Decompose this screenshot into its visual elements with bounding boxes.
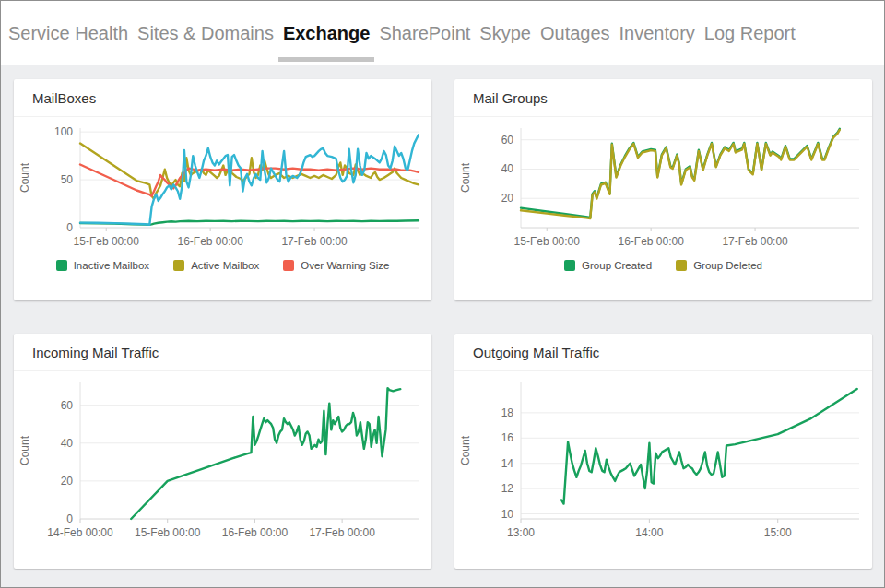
legend-swatch xyxy=(564,260,575,271)
panel-outgoing-mail-traffic: Outgoing Mail Traffic 101214161813:0014:… xyxy=(454,334,872,569)
panel-mailboxes: MailBoxes 05010015-Feb 00:0016-Feb 00:00… xyxy=(14,79,431,300)
panel-incoming-mail-traffic: Incoming Mail Traffic 020406014-Feb 00:0… xyxy=(14,334,431,569)
svg-text:17-Feb 00:00: 17-Feb 00:00 xyxy=(722,235,788,248)
svg-text:Count: Count xyxy=(18,435,31,465)
legend-item[interactable]: Group Deleted xyxy=(676,260,762,271)
legend-label: Over Warning Size xyxy=(301,260,389,271)
tab-service-health[interactable]: Service Health xyxy=(4,1,133,65)
dashboard-page: Service Health Sites & Domains Exchange … xyxy=(0,0,885,588)
tab-label: Log Report xyxy=(704,23,796,44)
chart-title: Outgoing Mail Traffic xyxy=(473,345,599,360)
legend-swatch xyxy=(676,260,687,271)
chart-title: Mail Groups xyxy=(473,90,548,106)
svg-text:40: 40 xyxy=(502,162,514,175)
svg-text:50: 50 xyxy=(61,173,74,186)
legend-label: Inactive Mailbox xyxy=(74,260,149,271)
legend-label: Active Mailbox xyxy=(191,260,259,271)
legend-item[interactable]: Over Warning Size xyxy=(283,260,389,271)
svg-text:100: 100 xyxy=(54,125,73,138)
svg-text:14: 14 xyxy=(502,457,514,470)
mailboxes-legend: Inactive MailboxActive MailboxOver Warni… xyxy=(14,260,431,271)
svg-text:Count: Count xyxy=(459,435,472,465)
mail-groups-legend: Group CreatedGroup Deleted xyxy=(454,260,872,271)
svg-text:14-Feb 00:00: 14-Feb 00:00 xyxy=(47,526,113,539)
svg-text:0: 0 xyxy=(66,512,73,525)
tab-label: Service Health xyxy=(8,23,128,44)
svg-text:17-Feb 00:00: 17-Feb 00:00 xyxy=(281,235,348,248)
tab-log-report[interactable]: Log Report xyxy=(700,1,800,65)
svg-text:17-Feb 00:00: 17-Feb 00:00 xyxy=(309,526,375,539)
outgoing-mail-traffic-chart[interactable]: 101214161813:0014:0015:00Count xyxy=(454,371,872,548)
tab-sites-domains[interactable]: Sites & Domains xyxy=(133,1,278,65)
legend-swatch xyxy=(173,260,184,271)
tab-skype[interactable]: Skype xyxy=(475,1,536,65)
tab-sharepoint[interactable]: SharePoint xyxy=(374,1,475,65)
tab-label: Exchange xyxy=(283,23,370,44)
svg-text:0: 0 xyxy=(66,221,73,234)
legend-label: Group Deleted xyxy=(693,260,762,271)
svg-text:15-Feb 00:00: 15-Feb 00:00 xyxy=(514,235,581,248)
svg-text:20: 20 xyxy=(502,192,514,205)
chart-title: Incoming Mail Traffic xyxy=(32,345,159,360)
svg-text:40: 40 xyxy=(61,437,74,450)
tab-bar: Service Health Sites & Domains Exchange … xyxy=(1,1,884,65)
active-tab-indicator xyxy=(278,57,374,62)
legend-swatch xyxy=(56,260,67,271)
svg-text:16-Feb 00:00: 16-Feb 00:00 xyxy=(177,235,243,248)
svg-text:13:00: 13:00 xyxy=(507,526,535,539)
svg-text:10: 10 xyxy=(502,508,514,521)
tab-label: SharePoint xyxy=(379,23,470,44)
svg-text:60: 60 xyxy=(61,399,74,412)
tab-label: Outages xyxy=(540,23,610,44)
svg-text:16-Feb 00:00: 16-Feb 00:00 xyxy=(618,235,684,248)
svg-text:16: 16 xyxy=(502,431,514,444)
mail-groups-chart[interactable]: 20406015-Feb 00:0016-Feb 00:0017-Feb 00:… xyxy=(454,117,872,257)
svg-text:14:00: 14:00 xyxy=(635,526,663,539)
tab-label: Sites & Domains xyxy=(137,23,274,44)
tab-label: Inventory xyxy=(620,23,695,44)
panel-header: Mail Groups xyxy=(454,79,872,117)
svg-text:18: 18 xyxy=(502,406,514,419)
legend-label: Group Created xyxy=(582,260,652,271)
incoming-mail-traffic-chart[interactable]: 020406014-Feb 00:0015-Feb 00:0016-Feb 00… xyxy=(14,371,431,548)
svg-text:Count: Count xyxy=(18,162,31,193)
svg-text:15:00: 15:00 xyxy=(764,526,792,539)
mailboxes-chart[interactable]: 05010015-Feb 00:0016-Feb 00:0017-Feb 00:… xyxy=(14,117,431,257)
panel-mail-groups: Mail Groups 20406015-Feb 00:0016-Feb 00:… xyxy=(454,79,872,300)
tab-exchange[interactable]: Exchange xyxy=(278,1,374,65)
panel-header: MailBoxes xyxy=(14,79,431,117)
legend-swatch xyxy=(283,260,294,271)
legend-item[interactable]: Inactive Mailbox xyxy=(56,260,149,271)
panel-header: Outgoing Mail Traffic xyxy=(454,334,872,371)
legend-item[interactable]: Active Mailbox xyxy=(173,260,259,271)
svg-text:15-Feb 00:00: 15-Feb 00:00 xyxy=(135,526,201,539)
tab-outages[interactable]: Outages xyxy=(536,1,615,65)
chart-title: MailBoxes xyxy=(32,90,96,106)
svg-text:12: 12 xyxy=(502,482,514,495)
panel-header: Incoming Mail Traffic xyxy=(14,334,431,371)
svg-text:16-Feb 00:00: 16-Feb 00:00 xyxy=(222,526,289,539)
tab-inventory[interactable]: Inventory xyxy=(615,1,700,65)
svg-text:60: 60 xyxy=(502,134,514,147)
svg-text:15-Feb 00:00: 15-Feb 00:00 xyxy=(74,235,140,248)
tab-label: Skype xyxy=(479,23,531,44)
legend-item[interactable]: Group Created xyxy=(564,260,652,271)
svg-text:20: 20 xyxy=(61,475,74,488)
svg-text:Count: Count xyxy=(459,162,472,193)
